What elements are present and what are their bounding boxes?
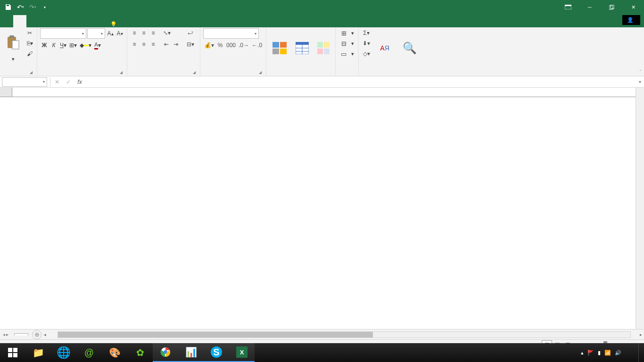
tab-review[interactable] — [79, 15, 92, 27]
align-center-button[interactable]: ≡ — [140, 40, 148, 49]
align-right-button[interactable]: ≡ — [149, 40, 157, 49]
taskbar-mail-icon[interactable]: @ — [76, 343, 102, 362]
formula-input[interactable] — [85, 77, 636, 87]
hscroll-left-icon[interactable]: ◂ — [41, 332, 48, 337]
prev-sheet-icon[interactable]: ◂ — [3, 332, 5, 337]
paste-button[interactable]: ▾ — [3, 28, 24, 68]
wrap-text-button[interactable]: ⮐ — [184, 28, 197, 38]
tray-battery-icon[interactable]: ▮ — [598, 350, 601, 356]
sort-filter-button[interactable]: АЯ — [373, 28, 396, 68]
close-button[interactable]: ✕ — [622, 0, 644, 14]
increase-font-button[interactable]: A▴ — [106, 29, 115, 38]
cut-button[interactable]: ✂ — [25, 28, 34, 38]
decrease-indent-button[interactable]: ⇤ — [162, 40, 171, 49]
enter-formula-button[interactable]: ✓ — [63, 77, 74, 87]
fill-color-button[interactable]: ◆▾ — [79, 41, 92, 50]
save-icon[interactable] — [3, 2, 13, 12]
taskbar-resmon-icon[interactable]: 📊 — [178, 343, 204, 362]
ribbon-display-icon[interactable] — [557, 0, 579, 14]
tray-volume-icon[interactable]: 🔊 — [615, 350, 621, 356]
sheet-nav[interactable]: ◂▸ — [0, 332, 11, 337]
cancel-formula-button[interactable]: ✕ — [51, 77, 63, 87]
dialog-launcher-icon[interactable]: ◢ — [28, 70, 34, 76]
cell-styles-button[interactable] — [314, 28, 332, 68]
number-format-select[interactable]: ▾ — [203, 28, 259, 39]
horizontal-scrollbar[interactable] — [58, 331, 631, 338]
tray-flag-icon[interactable]: 🚩 — [587, 350, 594, 356]
copy-button[interactable]: ⎘▾ — [25, 39, 34, 48]
share-button[interactable]: 👤 — [622, 15, 640, 25]
expand-formula-icon[interactable]: ▾ — [636, 79, 644, 84]
delete-cells-button[interactable]: ⊟ ▾ — [339, 39, 355, 48]
decrease-font-button[interactable]: A▾ — [116, 29, 124, 38]
merge-button[interactable]: ⊟▾ — [184, 40, 197, 49]
italic-button[interactable]: К — [50, 41, 58, 50]
tab-data[interactable] — [66, 15, 79, 27]
percent-button[interactable]: % — [216, 41, 224, 50]
taskbar-chrome-icon[interactable] — [153, 343, 178, 362]
sheet-tab[interactable] — [14, 333, 28, 336]
font-color-button[interactable]: А▾ — [93, 41, 102, 50]
taskbar-excel-icon[interactable]: X — [229, 343, 255, 362]
svg-rect-16 — [317, 42, 323, 48]
collapse-ribbon-icon[interactable]: ˇ — [640, 70, 641, 75]
increase-decimal-button[interactable]: .0→ — [238, 41, 250, 50]
accounting-format-button[interactable]: 💰▾ — [203, 41, 215, 50]
taskbar-icq-icon[interactable]: ✿ — [127, 343, 153, 362]
maximize-button[interactable] — [601, 0, 622, 14]
minimize-button[interactable]: ─ — [579, 0, 601, 14]
format-painter-button[interactable]: 🖌 — [25, 49, 34, 58]
vertical-scrollbar[interactable] — [636, 88, 644, 329]
dialog-launcher-icon[interactable]: ◢ — [191, 70, 197, 76]
next-sheet-icon[interactable]: ▸ — [6, 332, 8, 337]
decrease-decimal-button[interactable]: ←.0 — [251, 41, 263, 50]
taskbar-explorer-icon[interactable]: 📁 — [25, 343, 51, 362]
fill-button[interactable]: ⬇▾ — [362, 39, 371, 48]
redo-icon[interactable]: ↷▾ — [27, 2, 38, 12]
font-name-select[interactable]: ▾ — [40, 28, 86, 39]
tab-file[interactable] — [0, 15, 13, 27]
start-button[interactable] — [0, 343, 25, 362]
select-all-corner[interactable] — [0, 88, 12, 97]
increase-indent-button[interactable]: ⇥ — [172, 40, 180, 49]
name-box[interactable]: ▾ — [2, 77, 47, 87]
tab-formulas[interactable] — [53, 15, 66, 27]
add-sheet-button[interactable]: ⊕ — [32, 330, 41, 339]
svg-rect-19 — [324, 49, 330, 54]
clear-button[interactable]: ◇▾ — [362, 49, 371, 58]
align-top-button[interactable]: ≡ — [130, 28, 139, 38]
insert-function-button[interactable]: fx — [74, 77, 85, 87]
orientation-button[interactable]: ⤡▾ — [162, 28, 172, 38]
tray-network-icon[interactable]: 📶 — [604, 350, 611, 356]
insert-cells-button[interactable]: ⊞ ▾ — [339, 28, 355, 38]
svg-rect-10 — [280, 49, 287, 54]
hscroll-right-icon[interactable]: ▸ — [637, 332, 644, 337]
dialog-launcher-icon[interactable]: ◢ — [118, 70, 124, 76]
tab-page-layout[interactable] — [40, 15, 53, 27]
taskbar-paint-icon[interactable]: 🎨 — [102, 343, 127, 362]
format-cells-button[interactable]: ▭ ▾ — [339, 49, 355, 58]
tab-view[interactable] — [92, 15, 106, 27]
bold-button[interactable]: Ж — [40, 41, 49, 50]
find-select-button[interactable]: 🔍 — [398, 28, 421, 68]
show-desktop-button[interactable] — [638, 343, 642, 362]
tab-home[interactable] — [13, 15, 26, 27]
borders-button[interactable]: ⊞▾ — [68, 41, 78, 50]
comma-button[interactable]: 000 — [225, 41, 237, 50]
align-bottom-button[interactable]: ≡ — [149, 28, 157, 38]
format-as-table-button[interactable] — [292, 28, 313, 68]
taskbar-ie-icon[interactable]: 🌐 — [51, 343, 76, 362]
align-left-button[interactable]: ≡ — [130, 40, 139, 49]
dialog-launcher-icon[interactable]: ◢ — [257, 70, 263, 76]
underline-button[interactable]: Ч▾ — [59, 41, 67, 50]
tell-me-box[interactable]: 💡 — [106, 21, 124, 27]
conditional-formatting-button[interactable] — [269, 28, 290, 68]
autosum-button[interactable]: Σ▾ — [362, 28, 371, 38]
font-size-select[interactable]: ▾ — [87, 28, 105, 39]
tray-overflow-icon[interactable]: ▴ — [581, 350, 584, 356]
customize-qat-icon[interactable]: ▾ — [40, 2, 50, 12]
align-middle-button[interactable]: ≡ — [140, 28, 148, 38]
taskbar-skype-icon[interactable]: S — [204, 343, 229, 362]
tab-insert[interactable] — [26, 15, 40, 27]
undo-icon[interactable]: ↶▾ — [15, 2, 25, 12]
